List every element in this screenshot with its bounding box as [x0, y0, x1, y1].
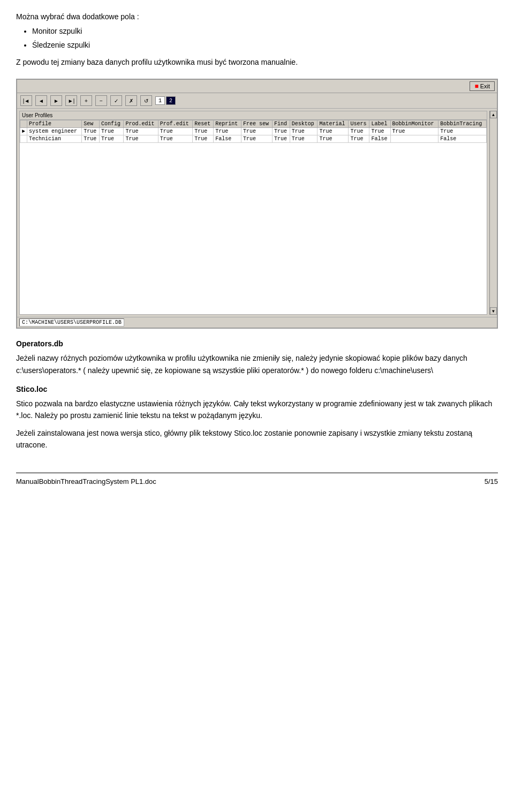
intro-bullets: Monitor szpulki Śledzenie szpulki	[32, 25, 498, 51]
th-config: Config	[100, 120, 124, 128]
th-material: Material	[318, 120, 349, 128]
table-row[interactable]: TechnicianTrueTrueTrueTrueTrueFalseTrueT…	[20, 135, 487, 143]
row-cell: False	[214, 135, 241, 143]
footer-doc-name: ManualBobbinThreadTracingSystem PL1.doc	[16, 477, 156, 485]
row-cell: system engineer	[27, 128, 82, 135]
profiles-table: Profile Sew Config Prod.edit Prof.edit R…	[20, 120, 487, 143]
table-container: User Profiles Profile Sew Config Prod.ed…	[19, 111, 487, 315]
exit-button[interactable]: ■ Exit	[470, 81, 495, 91]
row-cell: True	[318, 128, 349, 135]
toolbar-cross-btn[interactable]: ✗	[125, 95, 137, 106]
exit-icon: ■	[474, 82, 478, 90]
th-desktop: Desktop	[290, 120, 318, 128]
scroll-down-arrow[interactable]: ▼	[490, 307, 497, 315]
row-cell: True	[100, 135, 124, 143]
table-row[interactable]: ►system engineerTrueTrueTrueTrueTrueTrue…	[20, 128, 487, 135]
footer: ManualBobbinThreadTracingSystem PL1.doc …	[16, 473, 498, 485]
row-cell: True	[349, 135, 369, 143]
row-cell: True	[214, 128, 241, 135]
table-header-row: Profile Sew Config Prod.edit Prof.edit R…	[20, 120, 487, 128]
table-empty-space	[20, 143, 487, 314]
toolbar-last-btn[interactable]: ►|	[65, 95, 77, 106]
intro-line1: Można wybrać dwa dodatkowe pola :	[16, 11, 498, 22]
th-indicator	[20, 120, 27, 128]
row-cell: False	[369, 135, 390, 143]
scrollbar-right[interactable]: ▲ ▼	[489, 111, 497, 315]
scrollable-area: User Profiles Profile Sew Config Prod.ed…	[17, 111, 497, 315]
toolbar-check-btn[interactable]: ✓	[110, 95, 122, 106]
scroll-up-arrow[interactable]: ▲	[490, 111, 497, 118]
th-profile: Profile	[27, 120, 82, 128]
row-cell: True	[193, 128, 214, 135]
th-users: Users	[349, 120, 369, 128]
toolbar-first-btn[interactable]: |◄	[20, 95, 32, 106]
row-cell: True	[100, 128, 124, 135]
toolbar: |◄ ◄ ► ►| + − ✓ ✗ ↺ 1 2	[17, 93, 497, 109]
row-cell: Technician	[27, 135, 82, 143]
dialog-window: ■ Exit |◄ ◄ ► ►| + − ✓ ✗ ↺ 1 2 User Prof…	[16, 79, 498, 329]
row-cell: True	[318, 135, 349, 143]
row-cell: True	[124, 128, 158, 135]
th-find: Find	[272, 120, 290, 128]
th-label: Label	[369, 120, 390, 128]
row-cell: True	[349, 128, 369, 135]
page-2-box: 2	[166, 96, 176, 105]
th-freesew: Free sew	[241, 120, 272, 128]
toolbar-refresh-btn[interactable]: ↺	[140, 95, 152, 106]
intro-line2: Z powodu tej zmiany baza danych profilu …	[16, 56, 498, 68]
group-label: User Profiles	[20, 111, 487, 120]
th-reset: Reset	[193, 120, 214, 128]
row-cell: True	[158, 135, 192, 143]
status-bar-path: C:\MACHINE\USERS\USERPROFILE.DB	[19, 318, 124, 327]
dialog-titlebar: ■ Exit	[17, 80, 497, 93]
row-indicator: ►	[20, 128, 27, 135]
toolbar-add-btn[interactable]: +	[80, 95, 92, 106]
th-sew: Sew	[82, 120, 100, 128]
stico-paragraph2: Stico pozwala na bardzo elastyczne ustaw…	[16, 398, 498, 422]
row-cell	[390, 135, 439, 143]
row-cell: True	[439, 128, 487, 135]
toolbar-prev-btn[interactable]: ◄	[35, 95, 47, 106]
stico-paragraph3: Jeżeli zainstalowana jest nowa wersja st…	[16, 427, 498, 451]
status-bar: C:\MACHINE\USERS\USERPROFILE.DB	[17, 317, 497, 328]
bullet-monitor: Monitor szpulki	[32, 25, 498, 38]
row-cell: False	[439, 135, 487, 143]
scroll-thumb[interactable]	[490, 119, 497, 307]
th-bobbintracing: BobbinTracing	[439, 120, 487, 128]
toolbar-remove-btn[interactable]: −	[95, 95, 107, 106]
th-bobbinmonitor: BobbinMonitor	[390, 120, 439, 128]
row-indicator	[20, 135, 27, 143]
row-cell: True	[241, 128, 272, 135]
page-1-box: 1	[155, 96, 165, 105]
table-wrapper: User Profiles Profile Sew Config Prod.ed…	[17, 111, 489, 315]
intro-section: Można wybrać dwa dodatkowe pola : Monito…	[16, 11, 498, 68]
table-body: ►system engineerTrueTrueTrueTrueTrueTrue…	[20, 128, 487, 143]
row-cell: True	[82, 135, 100, 143]
stico-subtitle: Stico.loc	[16, 385, 498, 393]
row-cell: True	[241, 135, 272, 143]
operators-title: Operators.db	[16, 339, 498, 348]
row-cell: True	[272, 128, 290, 135]
row-cell: True	[158, 128, 192, 135]
th-profedit: Prof.edit	[158, 120, 192, 128]
operators-paragraph1: Jeżeli nazwy różnych poziomów użytkownik…	[16, 352, 498, 376]
row-cell: True	[124, 135, 158, 143]
row-cell: True	[82, 128, 100, 135]
exit-label: Exit	[480, 83, 490, 89]
footer-page-number: 5/15	[485, 477, 498, 485]
row-cell: True	[193, 135, 214, 143]
th-reprint: Reprint	[214, 120, 241, 128]
row-cell: True	[390, 128, 439, 135]
row-cell: True	[290, 135, 318, 143]
bullet-sledzenie: Śledzenie szpulki	[32, 39, 498, 52]
toolbar-next-btn[interactable]: ►	[50, 95, 62, 106]
page-indicator: 1 2	[155, 96, 176, 105]
row-cell: True	[272, 135, 290, 143]
th-prodedit: Prod.edit	[124, 120, 158, 128]
row-cell: True	[369, 128, 390, 135]
row-cell: True	[290, 128, 318, 135]
